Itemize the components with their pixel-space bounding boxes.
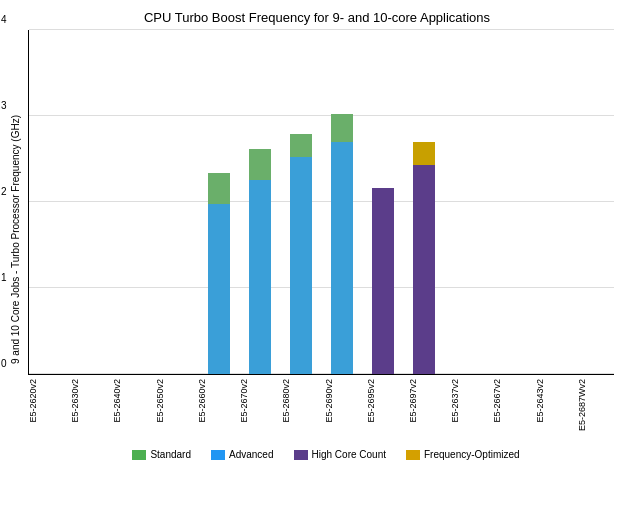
x-label: E5-2637v2 (450, 379, 492, 423)
bar-group (322, 114, 363, 374)
x-label: E5-2680v2 (281, 379, 323, 423)
x-label: E5-2670v2 (239, 379, 281, 423)
y-tick-label: 2 (1, 186, 7, 197)
bars-container (29, 30, 614, 374)
bar-group (404, 142, 445, 375)
legend-label-standard: Standard (150, 449, 191, 460)
bar-segment-standard (331, 114, 353, 141)
legend-label-highCore: High Core Count (312, 449, 386, 460)
legend-label-advanced: Advanced (229, 449, 273, 460)
legend: StandardAdvancedHigh Core CountFrequency… (28, 449, 624, 460)
bar-stack (290, 134, 312, 374)
bar-segment-advanced (290, 157, 312, 374)
chart-title: CPU Turbo Boost Frequency for 9- and 10-… (10, 10, 624, 25)
bar-group (198, 173, 239, 375)
bar-segment-standard (290, 134, 312, 157)
bar-segment-advanced (208, 204, 230, 375)
chart-inner: 01234 E5-2620v2E5-2630v2E5-2640v2E5-2650… (28, 30, 624, 460)
bar-group (280, 134, 321, 374)
bar-segment-freqOpt (413, 142, 435, 165)
legend-swatch-standard (132, 450, 146, 460)
legend-item-highCore: High Core Count (294, 449, 386, 460)
x-label: E5-2695v2 (366, 379, 408, 423)
x-label: E5-2620v2 (28, 379, 70, 423)
y-tick-label: 0 (1, 358, 7, 369)
x-label: E5-2690v2 (324, 379, 366, 423)
x-label: E5-2697v2 (408, 379, 450, 423)
x-axis-labels: E5-2620v2E5-2630v2E5-2640v2E5-2650v2E5-2… (28, 375, 624, 445)
bar-group (363, 188, 404, 374)
plot-area: 01234 (28, 30, 614, 375)
x-label: E5-2630v2 (70, 379, 112, 423)
chart-container: CPU Turbo Boost Frequency for 9- and 10-… (0, 0, 634, 510)
y-tick-label: 3 (1, 100, 7, 111)
chart-area: 9 and 10 Core Jobs - Turbo Processor Fre… (10, 30, 624, 460)
x-label: E5-2650v2 (155, 379, 197, 423)
bar-segment-standard (249, 149, 271, 180)
x-label: E5-2667v2 (492, 379, 534, 423)
bar-stack (208, 173, 230, 375)
legend-item-freqOpt: Frequency-Optimized (406, 449, 520, 460)
bar-stack (372, 188, 394, 374)
bar-segment-standard (208, 173, 230, 204)
bar-stack (331, 114, 353, 374)
x-label: E5-2687Wv2 (577, 379, 619, 431)
bar-segment-highCore (372, 188, 394, 374)
bar-stack (249, 149, 271, 374)
y-tick-label: 4 (1, 14, 7, 25)
legend-item-standard: Standard (132, 449, 191, 460)
y-axis-label: 9 and 10 Core Jobs - Turbo Processor Fre… (10, 30, 28, 460)
x-label: E5-2640v2 (112, 379, 154, 423)
legend-label-freqOpt: Frequency-Optimized (424, 449, 520, 460)
y-tick-label: 1 (1, 272, 7, 283)
legend-swatch-highCore (294, 450, 308, 460)
legend-swatch-freqOpt (406, 450, 420, 460)
bar-segment-highCore (413, 165, 435, 374)
bar-segment-advanced (331, 142, 353, 375)
bar-stack (413, 142, 435, 375)
legend-swatch-advanced (211, 450, 225, 460)
x-label: E5-2660v2 (197, 379, 239, 423)
legend-item-advanced: Advanced (211, 449, 273, 460)
bar-segment-advanced (249, 180, 271, 374)
bar-group (239, 149, 280, 374)
x-label: E5-2643v2 (535, 379, 577, 423)
